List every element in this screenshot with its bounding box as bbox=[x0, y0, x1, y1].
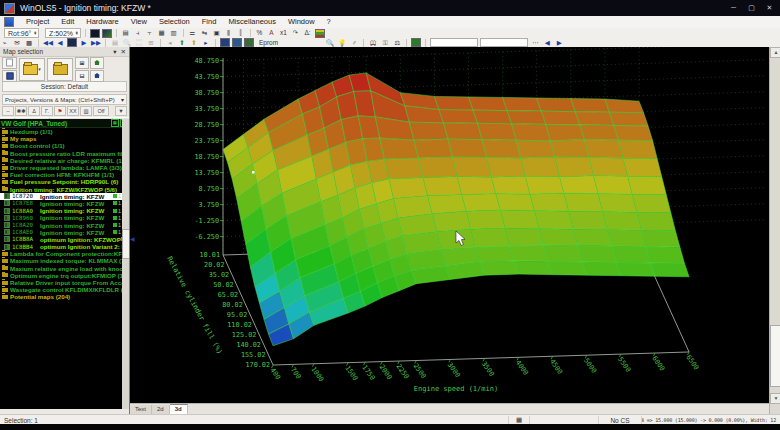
mail-icon[interactable]: ✉ bbox=[12, 39, 22, 47]
tree-folder-row[interactable]: Relative Driver input torque From Accele… bbox=[0, 279, 129, 286]
surface-cell[interactable] bbox=[466, 210, 505, 229]
difference-icon[interactable]: Δ: bbox=[303, 29, 313, 37]
column-insert-icon[interactable]: ⫟ bbox=[145, 29, 155, 37]
absolute-icon[interactable]: A bbox=[267, 29, 277, 37]
first-map-icon[interactable]: ◀◀ bbox=[43, 39, 53, 47]
surface-cell[interactable] bbox=[641, 230, 680, 247]
eprom-view1-icon[interactable] bbox=[220, 38, 230, 47]
book-icon[interactable]: 🕮 bbox=[368, 39, 378, 47]
surface-cell[interactable] bbox=[646, 247, 685, 264]
tree-folder-row[interactable]: Hexdump (1/1) bbox=[0, 128, 129, 135]
filter-flag-icon[interactable]: ⚑ bbox=[54, 106, 66, 116]
project-grid-icon[interactable]: ▦ bbox=[111, 119, 119, 127]
add-map-button[interactable]: ⊞ bbox=[75, 57, 89, 69]
surface-cell[interactable] bbox=[500, 210, 539, 229]
surface-cell[interactable] bbox=[487, 158, 526, 178]
surface-cell[interactable] bbox=[569, 211, 608, 230]
search-map-icon[interactable]: 🔍 bbox=[122, 39, 132, 47]
surface-cell[interactable] bbox=[448, 139, 487, 158]
close-icon[interactable]: ✕ bbox=[761, 2, 778, 14]
surface-cell[interactable] bbox=[507, 111, 546, 125]
surface-cell[interactable] bbox=[491, 176, 530, 194]
sigma-icon[interactable]: ⚿ bbox=[380, 39, 390, 47]
surface-cell[interactable] bbox=[516, 140, 555, 158]
bulb-icon[interactable]: 💡 bbox=[337, 39, 347, 47]
sync-view-icon[interactable]: ⇆ bbox=[200, 29, 210, 37]
surface-cell[interactable] bbox=[637, 212, 676, 231]
tree-folder-row[interactable]: Optimum engine trq output:KFMIOP (1/1) bbox=[0, 272, 129, 279]
import-file-button[interactable] bbox=[47, 58, 73, 81]
surface-cell[interactable] bbox=[603, 212, 642, 231]
surface-cell[interactable] bbox=[525, 176, 564, 194]
last-map-icon[interactable]: ▶▶ bbox=[91, 39, 101, 47]
session-bar[interactable]: Session: Default bbox=[2, 81, 127, 92]
surface-cell[interactable] bbox=[530, 193, 569, 211]
maximize-icon[interactable]: ▢ bbox=[743, 2, 760, 14]
map-tab-text[interactable]: Text bbox=[130, 405, 152, 414]
nav-forward-icon[interactable]: ▶ bbox=[554, 39, 564, 47]
tree-folder-row[interactable]: Potential maps (204) bbox=[0, 293, 129, 300]
rotation-spinner[interactable]: Rot:96° ▲▼ bbox=[4, 28, 39, 38]
surface-cell[interactable] bbox=[578, 246, 617, 263]
surface-cell[interactable] bbox=[423, 177, 462, 196]
spinner-arrows-icon[interactable]: ▲▼ bbox=[75, 31, 78, 35]
menu-project[interactable]: Project bbox=[20, 16, 55, 28]
arrow-left-icon[interactable]: ◂ bbox=[165, 39, 175, 47]
surface-cell[interactable] bbox=[380, 138, 419, 159]
filter-grid-icon[interactable]: ▥ bbox=[80, 106, 92, 116]
scope-chevron-icon[interactable]: ▾ bbox=[121, 96, 124, 103]
surface-cell[interactable] bbox=[582, 262, 621, 276]
factor-icon[interactable]: x1 bbox=[279, 29, 289, 37]
menu-window[interactable]: Window bbox=[282, 16, 321, 28]
surface-cell[interactable] bbox=[434, 96, 473, 110]
home-folder-button[interactable] bbox=[90, 57, 104, 69]
zoom-spinner[interactable]: Z:502% ▲▼ bbox=[45, 28, 81, 38]
list-icon[interactable]: ▤ bbox=[110, 39, 120, 47]
split-v-icon[interactable]: ⫿ bbox=[236, 29, 246, 37]
map-vertical-scrollbar[interactable]: ▲ ▼ bbox=[769, 47, 780, 404]
ignition-map-3d-surface[interactable]: 48.75043.75038.75033.75028.75023.75018.7… bbox=[130, 47, 770, 404]
surface-cell[interactable] bbox=[548, 261, 587, 275]
surface-cell[interactable] bbox=[650, 263, 689, 277]
surface-cell[interactable] bbox=[539, 229, 578, 246]
tree-folder-row[interactable]: Boost control (1/1) bbox=[0, 142, 129, 149]
combo-dots-icon[interactable]: ⋯ bbox=[530, 39, 540, 47]
menu-edit[interactable]: Edit bbox=[55, 16, 80, 28]
surface-cell[interactable] bbox=[616, 263, 655, 277]
open-dropdown-icon[interactable]: ▾ bbox=[38, 66, 41, 72]
map-preview-color-icon[interactable] bbox=[102, 29, 112, 38]
surface-cell[interactable] bbox=[623, 158, 662, 177]
surface-cell[interactable] bbox=[478, 123, 517, 140]
surface-cell[interactable] bbox=[546, 124, 585, 140]
menu-view[interactable]: View bbox=[125, 16, 153, 28]
table-view-icon[interactable]: ▦ bbox=[157, 29, 167, 37]
stats-icon[interactable]: ♂ bbox=[349, 39, 359, 47]
surface-cell[interactable] bbox=[384, 158, 423, 179]
surface-cell[interactable] bbox=[389, 178, 428, 199]
panel-collapse-icon[interactable]: ◀ bbox=[130, 235, 135, 242]
table-header-icon[interactable]: ▥ bbox=[169, 29, 179, 37]
tree-map-row[interactable]: 1C8720Ignition timing: KFZW1 bbox=[0, 193, 129, 200]
remove-map-button[interactable]: ⊟ bbox=[75, 70, 89, 82]
tree-folder-row[interactable]: Fuel correction HFM: KFKHFM (1/1) bbox=[0, 171, 129, 178]
zoom-in-icon[interactable]: 🔍 bbox=[325, 39, 335, 47]
surface-cell[interactable] bbox=[605, 99, 644, 113]
connect-icon[interactable]: ⌁ bbox=[0, 39, 10, 47]
panel-menu-icon[interactable]: ▾ bbox=[113, 48, 116, 56]
surface-cell[interactable] bbox=[628, 176, 667, 195]
surface-cell[interactable] bbox=[469, 97, 508, 111]
surface-cell[interactable] bbox=[555, 157, 594, 177]
surface-cell[interactable] bbox=[564, 193, 603, 212]
surface-cell[interactable] bbox=[482, 140, 521, 159]
tree-folder-row[interactable]: Maxium relative engine load with knock: … bbox=[0, 265, 129, 272]
tree-folder-row[interactable]: Wastegate control KFLDIMX/KFLDLR (2/2) bbox=[0, 286, 129, 293]
surface-cell[interactable] bbox=[444, 123, 483, 140]
surface-cell[interactable] bbox=[432, 211, 471, 232]
column-left-icon[interactable]: ⫞ bbox=[133, 29, 143, 37]
map-grid-icon[interactable]: ▦ bbox=[508, 416, 529, 424]
eprom-view2-icon[interactable] bbox=[232, 38, 242, 47]
tree-map-row[interactable]: 1C8AE0Ignition timing: KFZW1 bbox=[0, 229, 129, 236]
surface-cell[interactable] bbox=[544, 245, 583, 262]
tree-folder-row[interactable]: Ignition timing: KFZW/KFZWOP (5/6) bbox=[0, 186, 129, 193]
percent-icon[interactable]: % bbox=[255, 29, 265, 37]
